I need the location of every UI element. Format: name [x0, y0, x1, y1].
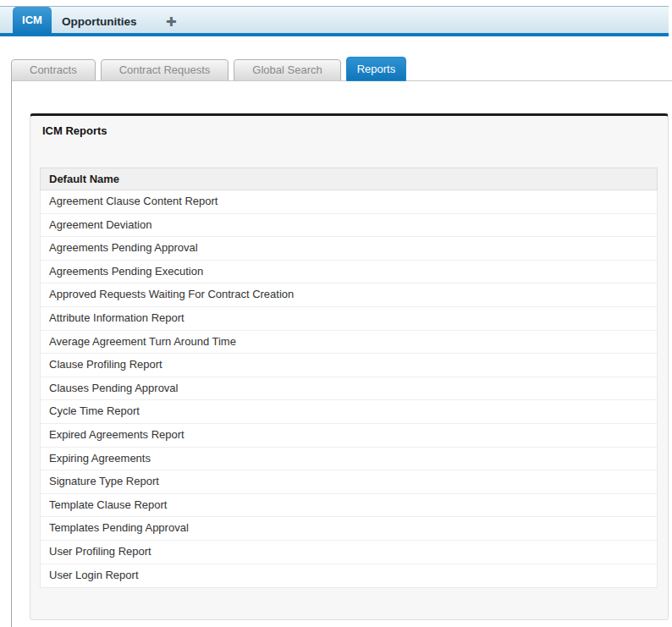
- report-row[interactable]: Expired Agreements Report: [41, 424, 657, 448]
- report-row[interactable]: Agreements Pending Approval: [41, 237, 657, 261]
- add-tab-button[interactable]: ✚: [166, 7, 177, 37]
- tab-global-search[interactable]: Global Search: [234, 59, 340, 81]
- panel-title: ICM Reports: [42, 124, 107, 137]
- report-row[interactable]: User Profiling Report: [41, 541, 657, 564]
- tab-reports[interactable]: Reports: [346, 57, 407, 81]
- report-row[interactable]: Attribute Information Report: [41, 307, 657, 331]
- column-header-default-name: Default Name: [40, 168, 658, 190]
- reports-table-body: Agreement Clause Content Report Agreemen…: [40, 190, 658, 588]
- plus-icon: ✚: [166, 14, 177, 29]
- report-row[interactable]: Clause Profiling Report: [41, 354, 657, 377]
- report-row[interactable]: Agreement Clause Content Report: [41, 190, 657, 214]
- report-row[interactable]: Templates Pending Approval: [41, 517, 657, 541]
- tab-contract-requests[interactable]: Contract Requests: [101, 59, 229, 81]
- report-row[interactable]: Cycle Time Report: [41, 400, 657, 424]
- report-row[interactable]: Agreement Deviation: [41, 214, 657, 238]
- app-root: ICM Opportunities ✚ Contracts Contract R…: [0, 0, 672, 627]
- reports-table: Default Name Agreement Clause Content Re…: [40, 168, 658, 588]
- tab-icm[interactable]: ICM: [13, 7, 52, 33]
- report-row[interactable]: Clauses Pending Approval: [41, 377, 657, 401]
- report-row[interactable]: Agreements Pending Execution: [41, 261, 657, 284]
- report-row[interactable]: Template Clause Report: [41, 494, 657, 518]
- tab-opportunities[interactable]: Opportunities: [62, 7, 137, 37]
- tab-contracts[interactable]: Contracts: [11, 59, 96, 81]
- module-tab-bar: Contracts Contract Requests Global Searc…: [11, 59, 411, 81]
- report-row[interactable]: Approved Requests Waiting For Contract C…: [41, 283, 657, 307]
- report-row[interactable]: Signature Type Report: [41, 470, 657, 494]
- app-tab-bar: ICM Opportunities ✚: [0, 6, 669, 36]
- report-row[interactable]: Expiring Agreements: [41, 448, 657, 471]
- report-row[interactable]: User Login Report: [41, 564, 657, 588]
- report-row[interactable]: Average Agreement Turn Around Time: [41, 331, 657, 355]
